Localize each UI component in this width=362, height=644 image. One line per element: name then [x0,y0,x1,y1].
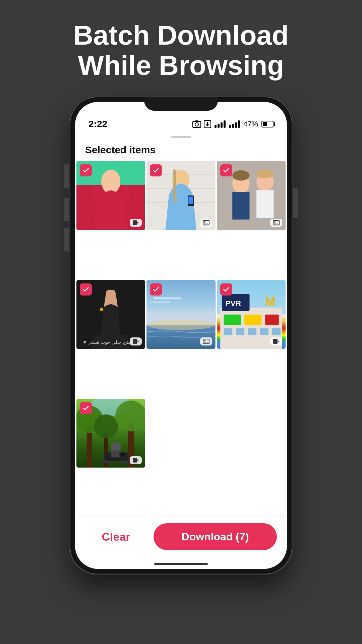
media-type-badge-1 [130,219,142,227]
video-icon-2 [132,339,139,344]
svg-marker-36 [137,340,139,342]
video-icon-3 [273,339,280,344]
svg-text:M: M [265,295,275,309]
svg-point-43 [204,340,205,341]
svg-rect-56 [272,328,281,335]
media-type-badge-7 [130,456,142,464]
grid-item-3[interactable] [217,161,286,230]
check-badge-3 [220,164,232,176]
svg-rect-55 [260,328,268,335]
check-badge-4 [80,283,92,296]
download-icon [204,120,211,128]
grid-item-5[interactable] [146,280,215,349]
handle-bar [171,136,191,138]
svg-rect-41 [150,301,171,303]
svg-rect-9 [133,220,137,225]
svg-point-27 [232,170,249,181]
video-icon-4 [132,458,139,463]
phone-mockup: 2:22 [70,97,292,574]
check-badge-5 [150,283,162,296]
section-title: Selected items [75,141,287,161]
svg-marker-10 [137,222,139,224]
svg-point-21 [204,221,205,223]
grid-item-1[interactable] [76,161,145,230]
svg-rect-49 [224,314,241,325]
video-icon [132,220,139,225]
photo-icon [192,120,201,128]
svg-point-33 [100,308,103,311]
svg-point-66 [115,400,145,431]
svg-rect-40 [154,297,181,299]
image-icon-2 [273,220,280,225]
svg-rect-51 [265,314,279,325]
headline-line2: While Browsing [78,50,284,80]
svg-marker-75 [137,459,139,461]
svg-rect-19 [189,197,193,204]
sheet-handle [75,132,287,141]
signal-strength-icon [215,120,226,128]
svg-rect-52 [224,328,232,335]
media-type-badge-6 [270,337,282,345]
svg-rect-50 [244,314,261,325]
check-badge-7 [80,402,92,414]
home-indicator [75,560,287,569]
phone-notch [144,102,218,111]
svg-rect-54 [248,328,256,335]
content-area: Selected items [75,141,287,516]
home-bar [154,563,208,565]
check-badge-1 [80,164,92,176]
grid-item-7[interactable] [76,399,145,468]
svg-point-39 [146,320,215,330]
media-type-badge-3 [270,219,282,227]
grid-item-4[interactable]: ♥ متن خیلی خوب هستی [76,280,145,349]
status-time: 2:22 [88,119,107,129]
svg-point-65 [94,414,118,438]
image-icon [203,220,209,225]
download-button[interactable]: Download (7) [154,523,277,550]
signal-strength-2-icon [229,120,240,128]
media-type-badge-2 [200,219,212,227]
svg-rect-57 [273,339,278,344]
grid-item-6[interactable]: PVR M [217,280,286,349]
svg-point-6 [101,170,120,194]
svg-marker-58 [278,340,279,342]
battery-icon [261,121,274,127]
image-grid: ♥ متن خیلی خوب هستی [75,161,287,516]
clear-button[interactable]: Clear [85,523,147,550]
battery-percent: 47% [243,120,258,128]
svg-text:♥ متن خیلی خوب هستی: ♥ متن خیلی خوب هستی [83,339,131,345]
svg-rect-24 [232,192,249,220]
bottom-actions: Clear Download (7) [75,516,287,560]
svg-point-28 [256,170,274,178]
svg-point-30 [274,221,276,223]
image-icon-3 [203,339,209,344]
media-type-badge-5 [200,337,212,345]
headline-line1: Batch Download [73,20,289,50]
media-type-badge-4 [130,337,142,345]
svg-rect-53 [236,328,244,335]
svg-rect-26 [256,191,274,218]
svg-point-1 [195,123,198,126]
battery-fill [263,122,267,126]
check-badge-6 [220,283,232,296]
phone-screen: 2:22 [75,102,287,569]
svg-text:PVR: PVR [225,299,241,308]
svg-rect-35 [133,339,137,344]
svg-point-73 [121,453,124,456]
check-badge-2 [150,164,162,176]
grid-item-2[interactable] [146,161,215,230]
svg-rect-74 [133,458,137,463]
status-icons: 47% [192,120,274,128]
app-headline: Batch Download While Browsing [53,20,309,80]
